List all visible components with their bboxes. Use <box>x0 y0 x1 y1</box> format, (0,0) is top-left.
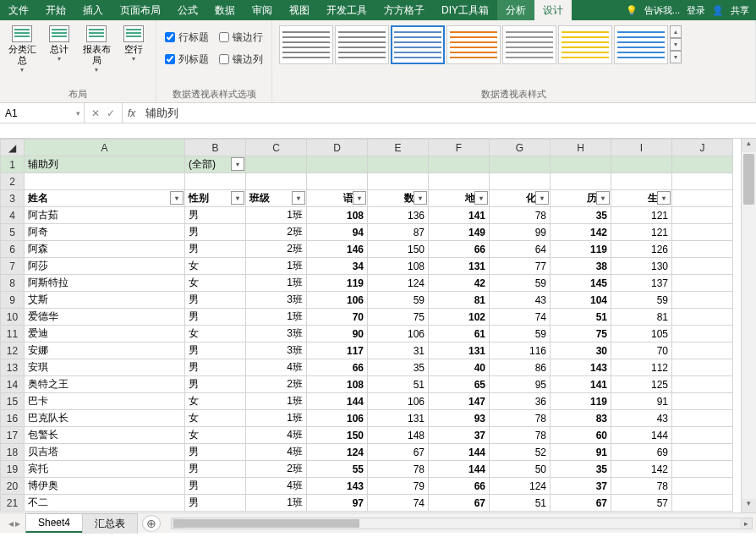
scroll-up[interactable]: ▴ <box>742 139 756 152</box>
tab-review[interactable]: 审阅 <box>244 0 281 20</box>
filter-hist[interactable]: ▾ <box>596 191 610 205</box>
login[interactable]: 登录 <box>687 4 705 17</box>
ribbon-body: 分类汇总▾ 总计▾ 报表布局▾ 空行▾ 布局 行标题 列标题 镶边行 镶边列 数… <box>0 20 756 103</box>
vertical-scrollbar[interactable]: ▴ ▾ <box>741 139 756 512</box>
tab-data[interactable]: 数据 <box>206 0 244 20</box>
share[interactable]: 共享 <box>731 4 749 17</box>
row-1[interactable]: 1 辅助列 (全部)▾ <box>1 156 733 173</box>
group-layout-label: 布局 <box>5 86 151 101</box>
grid: ◢ A B C D E F G H I J 1 辅助列 (全部)▾ 2 <box>0 139 756 512</box>
table-row[interactable]: 17包警长女4班150148377860144 <box>1 427 733 444</box>
table-row[interactable]: 9艾斯男3班10659814310459 <box>1 292 733 309</box>
tab-view[interactable]: 视图 <box>281 0 318 20</box>
sheet-tab-summary[interactable]: 汇总表 <box>82 513 138 534</box>
table-row[interactable]: 16巴克队长女1班10613193788343 <box>1 410 733 427</box>
table-row[interactable]: 19宾托男2班55781445035142 <box>1 461 733 478</box>
col-H[interactable]: H <box>551 140 611 156</box>
filter-class[interactable]: ▾ <box>292 191 305 205</box>
sheet-table[interactable]: ◢ A B C D E F G H I J 1 辅助列 (全部)▾ 2 <box>0 139 733 512</box>
table-row[interactable]: 12安娜男3班117311311163070 <box>1 342 733 359</box>
table-row[interactable]: 10爱德华男1班7075102745181 <box>1 309 733 326</box>
tab-diy[interactable]: DIY工具箱 <box>433 0 497 20</box>
table-row[interactable]: 8阿斯特拉女1班1191244259145137 <box>1 275 733 292</box>
filter-bio[interactable]: ▾ <box>657 191 671 205</box>
table-row[interactable]: 14奥特之王男2班108516595141125 <box>1 376 733 393</box>
tellme-icon: 💡 <box>626 5 638 16</box>
tab-file[interactable]: 文件 <box>0 0 37 20</box>
row-3[interactable]: 3 姓名▾ 性别▾ 班级▾ 语文▾ 数学▾ 地理▾ 化学▾ 历史▾ 生物▾ <box>1 190 733 207</box>
col-B[interactable]: B <box>185 140 246 156</box>
table-row[interactable]: 15巴卡女1班1441061473611991 <box>1 393 733 410</box>
btn-subtotal[interactable]: 分类汇总▾ <box>5 24 39 86</box>
row-2[interactable]: 2 <box>1 173 733 190</box>
gallery-up[interactable]: ▴ <box>670 25 682 38</box>
style-thumb-7[interactable] <box>614 25 668 64</box>
share-icon: 👤 <box>712 5 724 16</box>
table-row[interactable]: 13安琪男4班66354086143112 <box>1 359 733 376</box>
col-A[interactable]: A <box>25 140 185 156</box>
tab-insert[interactable]: 插入 <box>74 0 112 20</box>
btn-grand-total[interactable]: 总计▾ <box>42 24 76 86</box>
filter-chem[interactable]: ▾ <box>535 191 549 205</box>
col-J[interactable]: J <box>672 140 733 156</box>
table-row[interactable]: 20博伊奥男4班14379661243778 <box>1 478 733 495</box>
style-thumb-5[interactable] <box>502 25 556 64</box>
tab-formula[interactable]: 公式 <box>169 0 206 20</box>
tab-layout[interactable]: 页面布局 <box>112 0 169 20</box>
sheet-tab-sheet4[interactable]: Sheet4 <box>25 513 83 533</box>
filter-geo[interactable]: ▾ <box>474 191 488 205</box>
table-row[interactable]: 6阿森男2班1461506664119126 <box>1 241 733 258</box>
tab-dev[interactable]: 开发工具 <box>318 0 375 20</box>
table-row[interactable]: 5阿奇男2班948714999142121 <box>1 224 733 241</box>
gallery-more[interactable]: ▾ <box>670 51 682 63</box>
formula-input[interactable] <box>140 103 756 123</box>
table-row[interactable]: 4阿古茹男1班1081361417835121 <box>1 207 733 224</box>
scroll-thumb-h[interactable] <box>173 519 359 528</box>
scroll-thumb-v[interactable] <box>743 154 754 205</box>
style-thumb-6[interactable] <box>558 25 612 64</box>
tellme[interactable]: 告诉我... <box>644 4 680 17</box>
style-thumb-4[interactable] <box>446 25 501 64</box>
style-thumb-3[interactable] <box>391 25 445 64</box>
table-row[interactable]: 11爱迪女3班90106615975105 <box>1 326 733 342</box>
filter-aux[interactable]: ▾ <box>231 157 244 171</box>
horizontal-scrollbar[interactable]: ◂ ▸ <box>171 518 753 529</box>
col-D[interactable]: D <box>307 140 368 156</box>
tab-analyze[interactable]: 分析 <box>497 0 534 20</box>
col-C[interactable]: C <box>246 140 307 156</box>
chk-col-header[interactable]: 列标题 <box>165 51 209 68</box>
btn-blank-rows[interactable]: 空行▾ <box>117 24 151 86</box>
col-G[interactable]: G <box>490 140 551 156</box>
filter-sex[interactable]: ▾ <box>231 191 244 205</box>
table-row[interactable]: 7阿莎女1班341081317738130 <box>1 258 733 275</box>
add-sheet-button[interactable]: ⊕ <box>142 515 161 532</box>
chk-banded-row[interactable]: 镶边行 <box>219 29 263 46</box>
btn-report-layout[interactable]: 报表布局▾ <box>79 24 113 86</box>
chk-row-header[interactable]: 行标题 <box>165 29 209 46</box>
sheet-nav-next[interactable]: ▸ <box>15 518 20 529</box>
tab-home[interactable]: 开始 <box>37 0 74 20</box>
tab-design[interactable]: 设计 <box>534 0 572 20</box>
table-row[interactable]: 21不二男1班977467516757 <box>1 495 733 512</box>
name-box[interactable]: A1 <box>0 103 85 123</box>
table-row[interactable]: 18贝吉塔男4班12467144529169 <box>1 444 733 461</box>
hscroll-right[interactable]: ▸ <box>740 518 752 529</box>
enter-icon[interactable]: ✓ <box>107 107 115 119</box>
col-F[interactable]: F <box>429 140 490 156</box>
sheet-nav-prev[interactable]: ◂ <box>8 518 14 529</box>
filter-math[interactable]: ▾ <box>414 191 427 205</box>
cancel-icon[interactable]: ✕ <box>91 107 100 119</box>
tab-square[interactable]: 方方格子 <box>375 0 433 20</box>
style-thumb-1[interactable] <box>279 25 333 64</box>
col-I[interactable]: I <box>611 140 672 156</box>
sheet-tabs: ◂ ▸ Sheet4 汇总表 ⊕ ◂ ▸ <box>0 512 756 533</box>
select-all[interactable]: ◢ <box>1 140 25 156</box>
chk-banded-col[interactable]: 镶边列 <box>219 51 263 68</box>
style-thumb-2[interactable] <box>335 25 389 64</box>
fx-icon[interactable]: fx <box>123 103 140 123</box>
scroll-down[interactable]: ▾ <box>742 499 756 512</box>
col-E[interactable]: E <box>368 140 429 156</box>
gallery-down[interactable]: ▾ <box>670 38 682 51</box>
filter-yuwen[interactable]: ▾ <box>353 191 366 205</box>
filter-name[interactable]: ▾ <box>170 191 184 205</box>
